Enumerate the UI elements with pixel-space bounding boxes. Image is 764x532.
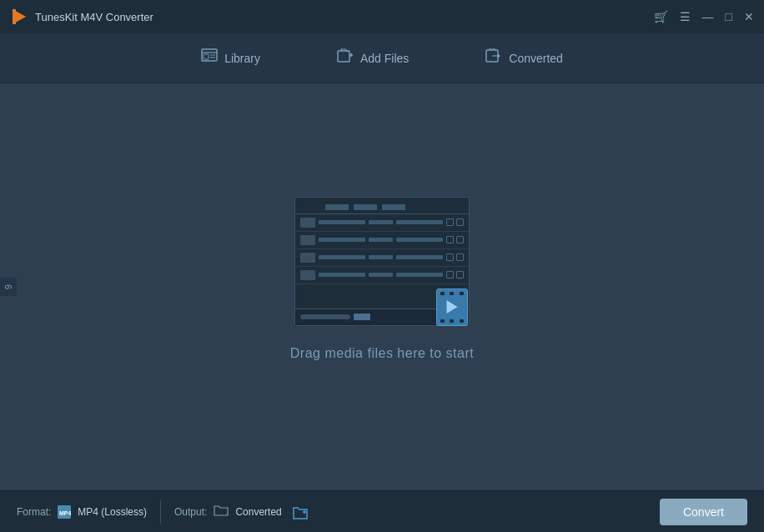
nav-bar: Library Add Files Converted <box>0 33 764 83</box>
mini-row-icon <box>300 235 315 245</box>
mini-rows <box>295 214 469 284</box>
mini-row-icon <box>300 218 315 228</box>
svg-rect-4 <box>204 54 209 59</box>
mini-row-bar2 <box>396 255 443 259</box>
mini-checks <box>446 236 464 243</box>
mini-check-1 <box>446 253 454 261</box>
mini-row-bar <box>319 220 365 224</box>
library-icon <box>201 48 218 68</box>
format-value: MP4 (Lossless) <box>78 506 147 518</box>
mini-checks <box>446 253 464 261</box>
sidebar-tab: 6 <box>0 278 17 296</box>
maximize-button[interactable]: □ <box>726 10 732 23</box>
title-bar-left: TunesKit M4V Converter <box>10 8 153 26</box>
mini-check-1 <box>446 236 454 243</box>
app-title: TunesKit M4V Converter <box>35 11 153 23</box>
mini-checks <box>446 218 464 226</box>
mini-row-bar <box>319 255 365 259</box>
mini-row-bar2 <box>396 220 443 224</box>
film-hole <box>460 319 464 323</box>
mini-check-2 <box>456 253 464 261</box>
mini-progress-bar <box>300 314 350 319</box>
add-files-icon <box>337 48 354 68</box>
folder-icon <box>214 504 229 519</box>
mini-row-bar2 <box>396 238 443 242</box>
bottom-bar: Format: MP4 MP4 (Lossless) Output: Conve… <box>0 490 764 532</box>
film-play-icon <box>446 300 457 314</box>
mini-header <box>295 198 469 214</box>
output-label: Output: <box>174 506 207 518</box>
mini-row-3 <box>295 249 469 267</box>
format-label: Format: <box>17 506 51 518</box>
mini-row-bar-short <box>369 273 392 277</box>
mini-check-2 <box>456 271 464 279</box>
drag-drop-hint: Drag media files here to start <box>290 346 474 361</box>
mini-row-2 <box>295 232 469 249</box>
mini-row-icon <box>300 253 315 263</box>
svg-rect-1 <box>13 9 16 24</box>
mini-ui-preview <box>294 197 470 326</box>
film-strip <box>436 289 468 326</box>
mini-row-bar-short <box>369 255 392 259</box>
svg-text:MP4: MP4 <box>59 510 71 516</box>
format-icon: MP4 <box>58 505 71 519</box>
nav-add-files-label: Add Files <box>360 52 409 65</box>
mini-convert-btn <box>354 314 370 320</box>
nav-library-label: Library <box>224 52 260 65</box>
mini-row-bar <box>319 273 365 277</box>
mini-row-icon <box>300 270 315 280</box>
title-bar: TunesKit M4V Converter 🛒 ☰ — □ ✕ <box>0 0 764 33</box>
nav-library[interactable]: Library <box>188 42 274 74</box>
close-button[interactable]: ✕ <box>744 10 754 23</box>
film-hole <box>440 292 445 295</box>
nav-add-files[interactable]: Add Files <box>324 42 422 74</box>
mini-row-bar-short <box>369 238 392 242</box>
converted-icon <box>485 48 502 68</box>
app-logo-icon <box>10 8 28 26</box>
browse-folder-button[interactable] <box>289 501 312 523</box>
convert-button[interactable]: Convert <box>660 499 747 525</box>
nav-converted-label: Converted <box>509 52 563 65</box>
film-hole <box>460 292 464 295</box>
mini-col3 <box>382 204 405 210</box>
mini-check-2 <box>456 236 464 243</box>
mini-row-bar-short <box>369 220 392 224</box>
menu-icon[interactable]: ☰ <box>680 10 691 23</box>
main-content: 6 <box>0 83 764 490</box>
mini-check-2 <box>456 218 464 226</box>
output-value: Converted <box>235 506 281 518</box>
film-hole <box>450 319 454 323</box>
film-holes-bottom <box>437 319 467 323</box>
mini-checks <box>446 271 464 279</box>
cart-icon[interactable]: 🛒 <box>654 10 668 23</box>
mini-row-1 <box>295 214 469 232</box>
film-hole <box>440 319 445 323</box>
divider <box>160 500 161 524</box>
nav-converted[interactable]: Converted <box>472 42 576 74</box>
mini-col1 <box>325 204 349 210</box>
mini-row-bar2 <box>396 273 443 277</box>
mini-check-1 <box>446 271 454 279</box>
svg-rect-7 <box>338 51 349 62</box>
mini-check-1 <box>446 218 454 226</box>
mini-row-bar <box>319 238 365 242</box>
minimize-button[interactable]: — <box>702 10 714 23</box>
film-holes-top <box>437 292 467 295</box>
title-bar-controls: 🛒 ☰ — □ ✕ <box>654 10 754 23</box>
mini-row-4 <box>295 267 469 284</box>
film-hole <box>450 292 454 295</box>
illustration: Drag media files here to start <box>290 197 474 361</box>
film-icon <box>436 289 474 330</box>
mini-col2 <box>354 204 377 210</box>
